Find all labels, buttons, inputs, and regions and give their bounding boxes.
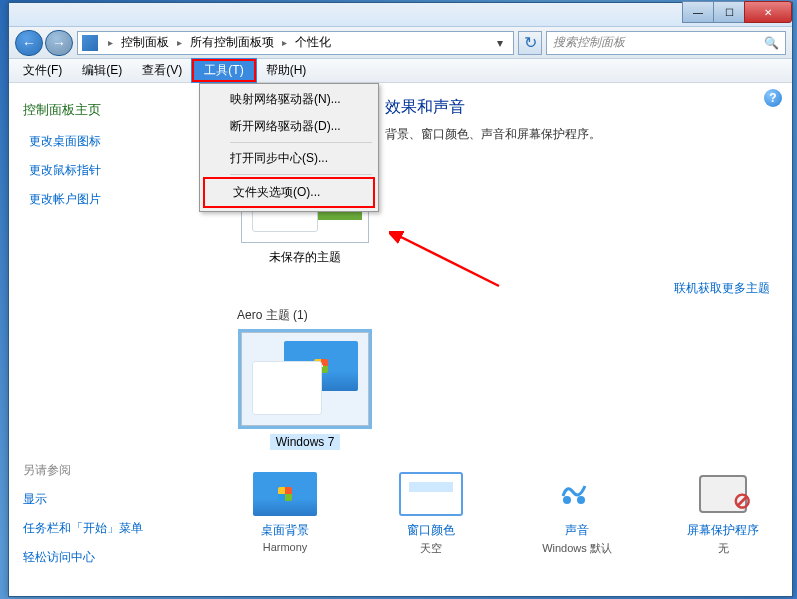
sidebar-footer: 另请参阅 显示 任务栏和「开始」菜单 轻松访问中心 [23,462,143,578]
menu-item-map-drive[interactable]: 映射网络驱动器(N)... [202,86,376,113]
nav-buttons: ← → [15,30,73,56]
menu-help[interactable]: 帮助(H) [256,59,317,82]
sidebar-link-ease-access[interactable]: 轻松访问中心 [23,549,143,566]
menu-separator [230,174,372,175]
setting-title: 屏幕保护程序 [673,522,773,539]
maximize-button[interactable]: ☐ [713,1,745,23]
sidebar-link-mouse-pointers[interactable]: 更改鼠标指针 [29,162,205,179]
search-placeholder: 搜索控制面板 [553,34,625,51]
screensaver-icon [691,472,755,516]
tools-dropdown: 映射网络驱动器(N)... 断开网络驱动器(D)... 打开同步中心(S)...… [199,83,379,212]
back-button[interactable]: ← [15,30,43,56]
location-icon [82,35,98,51]
svg-point-2 [577,496,585,504]
help-icon[interactable]: ? [764,89,782,107]
explorer-window: — ☐ ✕ ← → ▸ 控制面板 ▸ 所有控制面板项 ▸ 个性化 ▾ ↻ 搜索控… [8,2,793,597]
theme-label: Windows 7 [270,434,341,450]
theme-preview [241,332,369,426]
menu-bar: 文件(F) 编辑(E) 查看(V) 工具(T) 帮助(H) [9,59,792,83]
menu-item-disconnect-drive[interactable]: 断开网络驱动器(D)... [202,113,376,140]
breadcrumb-sep: ▸ [104,37,117,48]
setting-title: 桌面背景 [235,522,335,539]
setting-desktop-background[interactable]: 桌面背景 Harmony [235,472,335,556]
setting-value: 天空 [381,541,481,556]
aero-themes-row: Windows 7 [235,332,776,450]
refresh-button[interactable]: ↻ [518,31,542,55]
menu-edit[interactable]: 编辑(E) [72,59,132,82]
close-button[interactable]: ✕ [744,1,792,23]
setting-screensaver[interactable]: 屏幕保护程序 无 [673,472,773,556]
breadcrumb-item[interactable]: 控制面板 [119,32,171,53]
sidebar-home[interactable]: 控制面板主页 [23,101,205,119]
svg-point-1 [563,496,571,504]
setting-title: 声音 [527,522,627,539]
setting-value: 无 [673,541,773,556]
breadcrumb-item[interactable]: 所有控制面板项 [188,32,276,53]
menu-item-folder-options[interactable]: 文件夹选项(O)... [203,177,375,208]
breadcrumb-dropdown-icon[interactable]: ▾ [491,32,509,54]
sidebar-link-account-picture[interactable]: 更改帐户图片 [29,191,205,208]
sidebar-link-taskbar[interactable]: 任务栏和「开始」菜单 [23,520,143,537]
minimize-button[interactable]: — [682,1,714,23]
menu-item-sync-center[interactable]: 打开同步中心(S)... [202,145,376,172]
menu-file[interactable]: 文件(F) [13,59,72,82]
aero-section-label: Aero 主题 (1) [237,307,776,324]
theme-label: 未保存的主题 [235,249,375,266]
menu-view[interactable]: 查看(V) [132,59,192,82]
breadcrumb-sep: ▸ [173,37,186,48]
sidebar-link-desktop-icons[interactable]: 更改桌面图标 [29,133,205,150]
settings-row: 桌面背景 Harmony 窗口颜色 天空 声音 Windows 默认 [235,472,776,556]
theme-tile-windows7[interactable]: Windows 7 [235,332,375,450]
setting-value: Harmony [235,541,335,553]
setting-window-color[interactable]: 窗口颜色 天空 [381,472,481,556]
content-area: 控制面板主页 更改桌面图标 更改鼠标指针 更改帐户图片 另请参阅 显示 任务栏和… [9,83,792,596]
search-box[interactable]: 搜索控制面板 🔍 [546,31,786,55]
window-controls: — ☐ ✕ [683,1,792,23]
address-bar: ← → ▸ 控制面板 ▸ 所有控制面板项 ▸ 个性化 ▾ ↻ 搜索控制面板 🔍 [9,27,792,59]
titlebar: — ☐ ✕ [9,3,792,27]
sidebar: 控制面板主页 更改桌面图标 更改鼠标指针 更改帐户图片 另请参阅 显示 任务栏和… [9,83,219,596]
search-icon[interactable]: 🔍 [764,36,779,50]
link-more-themes[interactable]: 联机获取更多主题 [235,280,770,297]
breadcrumb[interactable]: ▸ 控制面板 ▸ 所有控制面板项 ▸ 个性化 ▾ [77,31,514,55]
breadcrumb-item[interactable]: 个性化 [293,32,333,53]
forward-button[interactable]: → [45,30,73,56]
sound-icon [545,472,609,516]
menu-separator [230,142,372,143]
sidebar-link-display[interactable]: 显示 [23,491,143,508]
sidebar-see-also: 另请参阅 [23,462,143,479]
breadcrumb-sep: ▸ [278,37,291,48]
setting-title: 窗口颜色 [381,522,481,539]
setting-value: Windows 默认 [527,541,627,556]
menu-tools[interactable]: 工具(T) [192,59,255,82]
window-color-icon [399,472,463,516]
wallpaper-icon [253,472,317,516]
setting-sounds[interactable]: 声音 Windows 默认 [527,472,627,556]
